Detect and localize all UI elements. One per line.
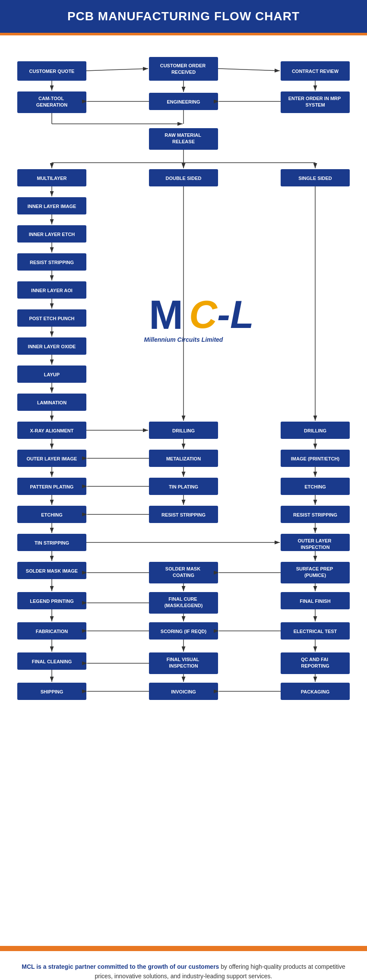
- contract-review-label: CONTRACT REVIEW: [292, 69, 339, 74]
- solder-mask-image-label: SOLDER MASK IMAGE: [26, 568, 78, 574]
- page-title: PCB MANUFACTURING FLOW CHART: [67, 9, 300, 23]
- metalization-label: METALIZATION: [166, 456, 201, 461]
- flowchart-svg: CUSTOMER QUOTE CUSTOMER ORDER RECEIVED C…: [13, 48, 354, 933]
- shipping-label: SHIPPING: [41, 689, 63, 694]
- drilling-mid-label: DRILLING: [172, 428, 195, 433]
- scoring-label: SCORING (IF REQD): [161, 629, 207, 634]
- invoicing-label: INVOICING: [171, 689, 196, 694]
- etching-right-label: ETCHING: [304, 484, 326, 489]
- resist-stripping-right-label: RESIST STRIPPING: [293, 512, 337, 517]
- post-etch-punch-label: POST ETCH PUNCH: [29, 316, 74, 321]
- inner-layer-oxide-label: INNER LAYER OXIDE: [28, 344, 76, 349]
- pattern-plating-label: PATTERN PLATING: [30, 484, 74, 489]
- fabrication-label: FABRICATION: [36, 629, 68, 634]
- footer-text: MCL is a strategic partner committed to …: [17, 962, 350, 980]
- page-header: PCB MANUFACTURING FLOW CHART: [0, 0, 367, 33]
- arrow-order-contract: [218, 69, 280, 71]
- drilling-right-label: DRILLING: [304, 428, 326, 433]
- footer: MCL is a strategic partner committed to …: [0, 948, 367, 980]
- main-content: CUSTOMER QUOTE CUSTOMER ORDER RECEIVED C…: [0, 35, 367, 946]
- logo-m: M: [149, 292, 183, 337]
- arrow-quote-order: [86, 69, 148, 71]
- inner-layer-image-label: INNER LAYER IMAGE: [28, 204, 76, 209]
- packaging-label: PACKAGING: [301, 689, 329, 694]
- double-sided-label: DOUBLE SIDED: [165, 176, 201, 181]
- inner-layer-etch-label: INNER LAYER ETCH: [29, 232, 75, 237]
- resist-stripping-label: RESIST STRIPPING: [30, 260, 74, 265]
- logo-c: C: [189, 293, 218, 336]
- image-print-etch-label: IMAGE (PRINT/ETCH): [291, 456, 340, 461]
- xray-alignment-label: X-RAY ALIGNMENT: [30, 428, 73, 433]
- engineering-label: ENGINEERING: [167, 99, 200, 104]
- footer-bold: MCL is a strategic partner committed to …: [22, 963, 219, 970]
- customer-order-box: [149, 57, 218, 81]
- electrical-test-label: ELECTRICAL TEST: [294, 629, 337, 634]
- single-sided-label: SINGLE SIDED: [298, 176, 332, 181]
- logo-subtitle: Millennium Circuits Limited: [144, 336, 223, 343]
- resist-stripping-mid-label: RESIST STRIPPING: [161, 512, 206, 517]
- legend-printing-label: LEGEND PRINTING: [30, 599, 73, 604]
- multilayer-label: MULTILAYER: [37, 176, 66, 181]
- customer-quote-label: CUSTOMER QUOTE: [29, 69, 75, 74]
- tin-plating-label: TIN PLATING: [169, 484, 198, 489]
- final-cleaning-label: FINAL CLEANING: [32, 659, 72, 664]
- final-finish-label: FINAL FINISH: [300, 599, 330, 604]
- inner-layer-aoi-label: INNER LAYER AOI: [31, 288, 73, 293]
- layup-label: LAYUP: [44, 372, 60, 377]
- lamination-label: LAMINATION: [37, 400, 66, 405]
- logo-l: -L: [217, 293, 254, 336]
- outer-layer-image-label: OUTER LAYER IMAGE: [27, 456, 77, 461]
- tin-stripping-label: TIN STRIPPING: [35, 540, 69, 545]
- etching-left-label: ETCHING: [41, 512, 63, 517]
